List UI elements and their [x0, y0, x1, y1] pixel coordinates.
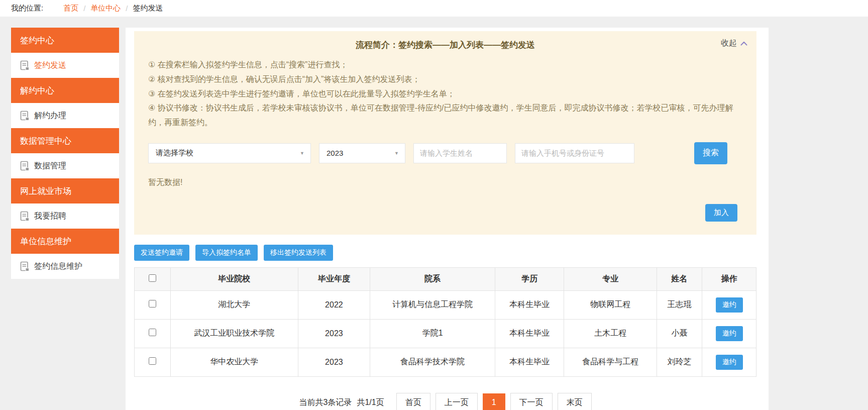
next-page-button[interactable]: 下一页 [510, 393, 553, 410]
select-all-checkbox[interactable] [149, 274, 156, 282]
student-table: 毕业院校 毕业年度 院系 学历 专业 姓名 操作 湖北大学2022计算机与信息工… [134, 267, 756, 377]
cell-department: 计算机与信息工程学院 [370, 290, 495, 319]
cell-school: 武汉工业职业技术学院 [170, 319, 298, 348]
sidebar-group-header[interactable]: 签约中心 [11, 28, 119, 53]
sidebar-item-label: 签约发送 [34, 60, 66, 71]
document-icon [20, 211, 30, 222]
notice-line: ③ 在签约发送列表选中学生进行签约邀请，单位也可以在此批量导入拟签约学生名单； [148, 87, 742, 101]
col-header-name: 姓名 [657, 267, 702, 290]
invite-button[interactable]: 邀约 [716, 326, 743, 341]
sidebar-item-label: 签约信息维护 [34, 261, 82, 272]
document-icon [20, 111, 30, 121]
notice-line: ① 在搜索栏输入拟签约学生信息，点击“搜索”进行查找； [148, 58, 742, 72]
table-row: 华中农业大学2023食品科学技术学院本科生毕业食品科学与工程刘玲芝邀约 [135, 348, 756, 376]
sidebar-group-header[interactable]: 数据管理中心 [11, 128, 119, 153]
cell-year: 2023 [298, 348, 370, 376]
notice-lines: ① 在搜索栏输入拟签约学生信息，点击“搜索”进行查找；② 核对查找到的学生信息，… [148, 58, 742, 130]
join-button[interactable]: 加入 [705, 204, 737, 222]
select-all-cell [135, 267, 171, 290]
col-header-action: 操作 [702, 267, 756, 290]
breadcrumb-separator: / [83, 4, 85, 13]
record-count: 当前共3条记录 [299, 397, 352, 408]
cell-name: 王志琨 [657, 290, 702, 319]
row-checkbox[interactable] [149, 300, 156, 308]
student-name-input[interactable] [413, 143, 507, 163]
last-page-button[interactable]: 末页 [558, 393, 592, 410]
cell-department: 学院1 [370, 319, 495, 348]
notice-title: 流程简介：签约搜索——加入列表——签约发送 [148, 39, 742, 51]
cell-major: 土木工程 [564, 319, 657, 348]
cell-major: 食品科学与工程 [564, 348, 657, 376]
chevron-down-icon: ▼ [300, 151, 304, 156]
toolbar-button[interactable]: 移出签约发送列表 [264, 245, 333, 261]
year-select[interactable]: 2023 ▼ [319, 143, 405, 163]
sidebar-item-label: 我要招聘 [34, 211, 66, 222]
breadcrumb-separator: / [126, 4, 128, 13]
col-header-year: 毕业年度 [298, 267, 370, 290]
sidebar-item[interactable]: 签约信息维护 [11, 254, 119, 279]
toolbar: 发送签约邀请导入拟签约名单移出签约发送列表 [134, 245, 756, 261]
page-count: 共1/1页 [357, 397, 384, 408]
breadcrumb: 我的位置: 首页/单位中心/签约发送 [0, 0, 868, 17]
pagination: 当前共3条记录 共1/1页 首页 上一页 1 下一页 末页 [134, 393, 756, 410]
breadcrumb-label: 我的位置: [11, 4, 43, 13]
row-checkbox-cell [135, 319, 171, 348]
row-checkbox-cell [135, 348, 171, 376]
search-button[interactable]: 搜索 [694, 142, 727, 164]
row-checkbox[interactable] [149, 357, 156, 365]
sidebar-group-header[interactable]: 解约中心 [11, 78, 119, 103]
col-header-degree: 学历 [495, 267, 564, 290]
row-action-cell: 邀约 [702, 290, 756, 319]
row-checkbox[interactable] [149, 329, 156, 336]
toolbar-button[interactable]: 发送签约邀请 [134, 245, 189, 261]
invite-button[interactable]: 邀约 [716, 355, 743, 370]
join-row: 加入 [148, 204, 742, 222]
row-action-cell: 邀约 [702, 348, 756, 376]
table-body: 湖北大学2022计算机与信息工程学院本科生毕业物联网工程王志琨邀约武汉工业职业技… [135, 290, 756, 376]
main-content: 收起 流程简介：签约搜索——加入列表——签约发送 ① 在搜索栏输入拟签约学生信息… [126, 28, 769, 410]
notice-panel: 收起 流程简介：签约搜索——加入列表——签约发送 ① 在搜索栏输入拟签约学生信息… [134, 31, 756, 235]
collapse-toggle[interactable]: 收起 [721, 38, 747, 49]
col-header-department: 院系 [370, 267, 495, 290]
cell-name: 刘玲芝 [657, 348, 702, 376]
sidebar-item[interactable]: 签约发送 [11, 53, 119, 78]
cell-year: 2023 [298, 319, 370, 348]
table-row: 湖北大学2022计算机与信息工程学院本科生毕业物联网工程王志琨邀约 [135, 290, 756, 319]
document-icon [20, 60, 30, 71]
notice-line: ④ 协议书修改：协议书生成后，若学校未审核该协议书，单位可在数据管理-待应约/已… [148, 101, 742, 130]
sidebar: 签约中心签约发送解约中心解约办理数据管理中心数据管理网上就业市场我要招聘单位信息… [11, 28, 119, 279]
col-header-major: 专业 [564, 267, 657, 290]
search-form: 请选择学校 ▼ 2023 ▼ 搜索 [148, 142, 742, 164]
first-page-button[interactable]: 首页 [396, 393, 430, 410]
sidebar-item[interactable]: 数据管理 [11, 153, 119, 178]
col-header-school: 毕业院校 [170, 267, 298, 290]
invite-button[interactable]: 邀约 [716, 297, 743, 313]
cell-name: 小聂 [657, 319, 702, 348]
school-select-value: 请选择学校 [156, 148, 193, 158]
notice-line: ② 核对查找到的学生信息，确认无误后点击“加入”将该生加入签约发送列表； [148, 72, 742, 87]
sidebar-group-header[interactable]: 单位信息维护 [11, 229, 119, 254]
sidebar-item[interactable]: 解约办理 [11, 103, 119, 128]
breadcrumb-item[interactable]: 首页 [63, 4, 78, 13]
document-icon [20, 161, 30, 171]
current-page-button[interactable]: 1 [483, 393, 505, 410]
page-layout: 签约中心签约发送解约中心解约办理数据管理中心数据管理网上就业市场我要招聘单位信息… [11, 28, 868, 410]
breadcrumb-item[interactable]: 单位中心 [90, 4, 121, 13]
school-select[interactable]: 请选择学校 ▼ [148, 143, 311, 163]
sidebar-item[interactable]: 我要招聘 [11, 203, 119, 229]
empty-result-text: 暂无数据! [148, 177, 742, 188]
cell-major: 物联网工程 [564, 290, 657, 319]
collapse-label: 收起 [721, 38, 737, 49]
phone-or-id-input[interactable] [515, 143, 634, 163]
row-checkbox-cell [135, 290, 171, 319]
toolbar-button[interactable]: 导入拟签约名单 [195, 245, 258, 261]
sidebar-item-label: 解约办理 [34, 111, 66, 121]
sidebar-item-label: 数据管理 [34, 161, 66, 171]
prev-page-button[interactable]: 上一页 [436, 393, 478, 410]
row-action-cell: 邀约 [702, 319, 756, 348]
chevron-up-icon [740, 41, 747, 46]
table-header-row: 毕业院校 毕业年度 院系 学历 专业 姓名 操作 [135, 267, 756, 290]
sidebar-group-header[interactable]: 网上就业市场 [11, 178, 119, 203]
document-icon [20, 261, 30, 272]
cell-degree: 本科生毕业 [495, 290, 564, 319]
